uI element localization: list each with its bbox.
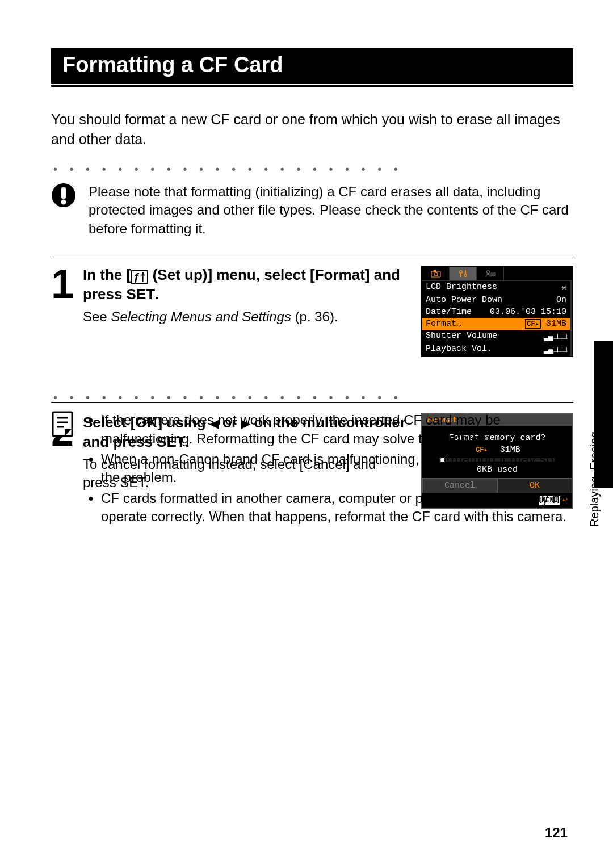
step-1-number: 1 (51, 266, 83, 303)
notes-list: If the camera does not work properly, th… (89, 411, 573, 528)
menu-row-playbackvol: Playback Vol.▂▄□□□ (422, 343, 572, 356)
svg-rect-5 (434, 270, 436, 272)
svg-point-7 (464, 274, 466, 276)
value: ✳ (561, 282, 566, 293)
value: ▂▄□□□ (544, 331, 566, 342)
warning-text: Please note that formatting (initializin… (89, 183, 573, 238)
setup-menu-screenshot: LCD Brightness✳ Auto Power DownOn Date/T… (421, 266, 573, 357)
menu-row-autopower: Auto Power DownOn (422, 294, 572, 306)
menu-row-brightness: LCD Brightness✳ (422, 281, 572, 294)
text: In the [ (83, 266, 131, 283)
tab-mycamera-icon (477, 267, 504, 280)
svg-point-10 (492, 274, 493, 275)
note-item: CF cards formatted in another camera, co… (89, 489, 573, 526)
tab-setup-icon (450, 267, 477, 280)
tab-camera-icon (422, 267, 450, 280)
divider-dots: • • • • • • • • • • • • • • • • • • • • … (53, 391, 573, 404)
value: ▂▄□□□ (544, 344, 566, 355)
svg-rect-1 (61, 187, 66, 199)
step-1-desc: See Selecting Menus and Settings (p. 36)… (83, 308, 412, 326)
cf-icon: CF▸ (525, 319, 541, 329)
label: LCD Brightness (426, 282, 497, 293)
warning-icon (51, 183, 76, 210)
menu-row-format: Format…CF▸ 31MB (422, 318, 572, 330)
label: Date/Time (426, 307, 472, 317)
text: . (155, 286, 159, 303)
note-item: If the camera does not work properly, th… (89, 411, 573, 448)
setup-icon: ƒ† (131, 270, 148, 284)
page-number: 121 (545, 825, 568, 841)
chapter-label: Replaying, Erasing (588, 431, 601, 527)
title-rule (51, 85, 573, 87)
step-1: 1 In the [ƒ† (Set up)] menu, select [For… (51, 255, 573, 368)
value: On (556, 295, 566, 305)
text: Selecting Menus and Settings (111, 309, 291, 324)
svg-point-2 (61, 200, 66, 205)
set-label: SET (127, 286, 156, 303)
svg-rect-11 (53, 412, 72, 436)
text: (p. 36). (291, 309, 338, 324)
svg-point-6 (459, 271, 461, 273)
intro-text: You should format a new CF card or one f… (51, 110, 573, 149)
note-item: When a non-Canon brand CF card is malfun… (89, 450, 573, 487)
value: 31MB (546, 319, 566, 329)
divider-dots: • • • • • • • • • • • • • • • • • • • • … (53, 163, 573, 176)
svg-point-8 (486, 271, 489, 274)
value: 03.06.'03 15:10 (490, 307, 566, 317)
label: Format… (426, 319, 461, 329)
label: Auto Power Down (426, 295, 502, 305)
label: Shutter Volume (426, 331, 497, 342)
step-1-title: In the [ƒ† (Set up)] menu, select [Forma… (83, 266, 412, 304)
svg-point-4 (434, 272, 438, 276)
menu-row-shuttervol: Shutter Volume▂▄□□□ (422, 330, 572, 343)
menu-row-datetime: Date/Time03.06.'03 15:10 (422, 306, 572, 318)
note-icon (51, 411, 76, 439)
text: See (83, 309, 111, 324)
page-title: Formatting a CF Card (51, 48, 573, 84)
label: Playback Vol. (426, 344, 492, 355)
svg-rect-9 (491, 273, 495, 276)
